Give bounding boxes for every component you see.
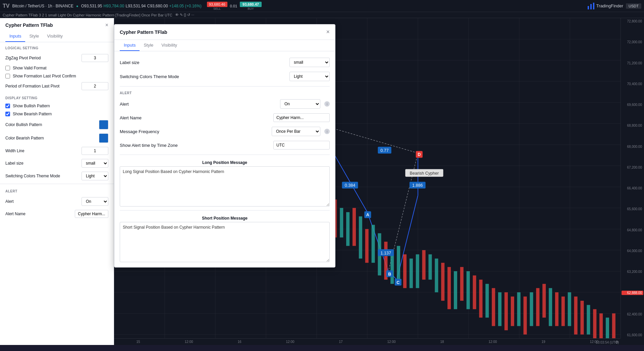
left-panel-close[interactable]: × <box>105 22 108 28</box>
tab-inputs[interactable]: Inputs <box>5 31 25 42</box>
svg-text:A: A <box>366 213 369 217</box>
left-panel-title: Cypher Pattern TFlab <box>5 22 53 28</box>
svg-text:0.77: 0.77 <box>380 148 388 153</box>
time-17: 17 <box>339 340 342 344</box>
time-15: 15 <box>136 340 140 344</box>
modal-message-freq-select[interactable]: Once Per BarOnce Per Bar CloseEvery Tick <box>272 127 320 136</box>
zigzag-input[interactable] <box>82 54 108 62</box>
alert-select-left[interactable]: OnOff <box>82 197 108 206</box>
svg-rect-80 <box>403 254 407 288</box>
modal-tab-style[interactable]: Style <box>140 40 157 51</box>
modal-message-freq-row: Message Frequency Once Per BarOnce Per B… <box>120 124 330 138</box>
svg-rect-0 <box>588 6 589 9</box>
modal-tabs: Inputs Style Visibility <box>114 40 335 51</box>
tab-visibility[interactable]: Visibility <box>43 31 67 42</box>
svg-rect-95 <box>498 292 501 326</box>
svg-rect-106 <box>568 292 571 326</box>
message-freq-info-icon[interactable]: i <box>324 129 330 134</box>
price-72000: 72,000.00 <box>622 40 643 44</box>
svg-text:1.886: 1.886 <box>412 183 423 188</box>
long-position-textarea[interactable]: Long Signal Position Based on Cypher Har… <box>120 166 330 207</box>
modal-theme-mode-row: Switching Colors Theme Mode LightDark <box>120 69 330 83</box>
svg-rect-93 <box>485 284 489 318</box>
modal-tab-inputs[interactable]: Inputs <box>120 40 140 51</box>
sell-label: SELL <box>213 7 221 10</box>
svg-rect-107 <box>574 297 578 335</box>
show-valid-format-checkbox[interactable] <box>5 66 10 70</box>
modal-body: Label size smalltinynormallarge Switchin… <box>114 51 335 267</box>
modal-alert-select[interactable]: OnOff <box>280 99 320 109</box>
price-68000: 68,000.00 <box>622 145 643 149</box>
display-setting-label: DISPLAY SETTING <box>0 92 114 102</box>
color-bullish-row: Color Bullish Pattern <box>0 118 114 131</box>
top-bar: TV Bitcoin / TetherUS · 1h · BINANCE ● O… <box>0 0 644 12</box>
alert-name-input-left[interactable] <box>75 210 108 218</box>
svg-rect-88 <box>454 271 457 309</box>
label-size-label-left: Label size <box>5 161 82 166</box>
short-position-section-label: Short Position Message <box>120 213 330 222</box>
price-72800: 72,800.00 <box>622 19 643 23</box>
alert-info-icon[interactable]: i <box>324 101 330 107</box>
period-input[interactable] <box>82 82 108 90</box>
modal-title: Cypher Pattern TFlab <box>120 30 167 35</box>
show-bullish-row: Show Bullish Pattern <box>0 102 114 110</box>
tf-logo: TradingFinder <box>587 2 623 10</box>
modal-label-size-select[interactable]: smalltinynormallarge <box>289 58 330 67</box>
show-bullish-label: Show Bullish Pattern <box>13 104 50 108</box>
svg-rect-92 <box>479 280 482 317</box>
price-68800: 68,800.00 <box>622 124 643 127</box>
tab-style[interactable]: Style <box>25 31 43 42</box>
label-size-select[interactable]: smalltinynormallarge <box>82 159 108 168</box>
symbol-title: Bitcoin / TetherUS · 1h · BINANCE <box>12 4 73 8</box>
modal-alert-name-label: Alert Name <box>120 115 273 120</box>
svg-rect-103 <box>549 288 552 326</box>
price-69600: 69,600.00 <box>622 103 643 107</box>
svg-rect-73 <box>359 216 362 258</box>
time-1200-4: 12:00 <box>489 340 497 344</box>
modal-timezone-label: Show Alert time by Time Zone <box>120 143 273 148</box>
modal-tab-visibility[interactable]: Visibility <box>157 40 181 51</box>
svg-rect-109 <box>587 305 590 335</box>
short-position-textarea[interactable]: Short Signal Position Based on Cypher Ha… <box>120 222 330 262</box>
price-dot: ● <box>76 4 78 8</box>
price-62400: 62,400.00 <box>622 312 643 316</box>
theme-mode-label-left: Switching Colors Theme Mode <box>5 174 82 178</box>
svg-text:D: D <box>418 152 421 157</box>
alert-name-label-left: Alert Name <box>5 212 75 216</box>
svg-rect-86 <box>441 263 444 301</box>
time-18: 18 <box>440 340 444 344</box>
show-bearish-checkbox[interactable] <box>5 112 10 116</box>
modal-close-button[interactable]: × <box>326 28 330 36</box>
width-line-input[interactable] <box>82 147 108 155</box>
color-bearish-swatch[interactable] <box>99 133 108 143</box>
modal-theme-mode-select[interactable]: LightDark <box>289 72 330 81</box>
svg-rect-101 <box>536 288 539 326</box>
alert-label-field-left: Alert <box>5 199 82 204</box>
theme-mode-select-left[interactable]: LightDark <box>82 172 108 180</box>
price-info: O93,531.95 H93,784.00 L93,531.94 C93,680… <box>81 4 202 8</box>
modal-dialog: Cypher Pattern TFlab × Inputs Style Visi… <box>114 24 335 268</box>
color-bullish-swatch[interactable] <box>99 120 108 129</box>
usdt-badge: USDT <box>626 3 641 9</box>
show-formation-checkbox[interactable] <box>5 74 10 78</box>
svg-rect-105 <box>561 297 565 326</box>
show-bullish-checkbox[interactable] <box>5 104 10 108</box>
period-label: Period of Formation Last Pivot <box>5 84 82 89</box>
panel-header: Cypher Pattern TFlab × <box>0 18 114 31</box>
left-panel: Cypher Pattern TFlab × Inputs Style Visi… <box>0 18 114 345</box>
zigzag-label: ZigZag Pivot Period <box>5 56 82 60</box>
buy-price[interactable]: 93,680.47 <box>240 2 262 7</box>
sell-price[interactable]: 93,680.46 <box>207 2 227 7</box>
alert-row-left: Alert OnOff <box>0 195 114 208</box>
svg-rect-108 <box>580 301 584 335</box>
modal-timezone-input[interactable] <box>273 141 330 150</box>
svg-rect-81 <box>410 258 413 288</box>
svg-rect-75 <box>372 225 375 263</box>
price-axis: 72,800.00 72,000.00 71,200.00 70,400.00 … <box>621 18 644 338</box>
modal-alert-name-input[interactable] <box>273 113 330 122</box>
svg-rect-102 <box>542 284 546 318</box>
zoom-icon[interactable]: ⊕ <box>615 340 619 344</box>
logical-setting-label: LOGICAL SETTING <box>0 42 114 52</box>
modal-message-freq-label: Message Frequency <box>120 129 272 134</box>
modal-label-size-row: Label size smalltinynormallarge <box>120 55 330 69</box>
